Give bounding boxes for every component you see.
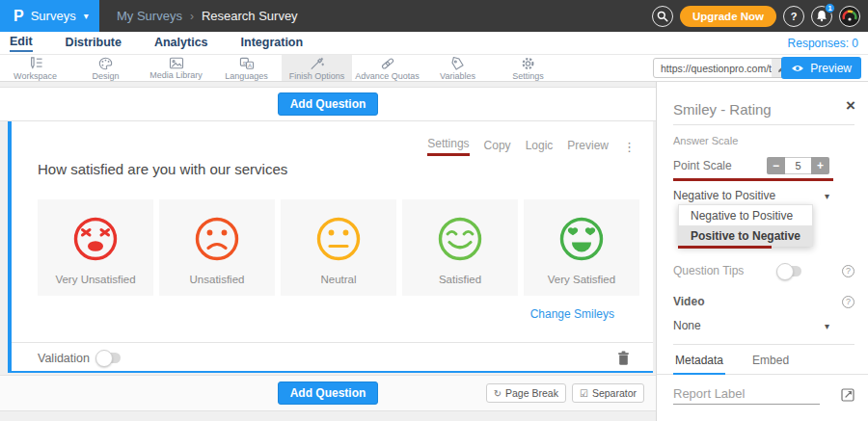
question-card[interactable]: Settings Copy Logic Preview ⋮ How satisf… — [8, 121, 653, 373]
smiley-option-very-unsatisfied[interactable]: Very Unsatisfied — [38, 199, 153, 296]
toolbar-settings[interactable]: Settings — [493, 55, 563, 81]
smiley-option-neutral[interactable]: Neutral — [281, 199, 396, 296]
question-tab-preview[interactable]: Preview — [567, 139, 609, 155]
eye-icon — [791, 64, 804, 73]
edit-in-box-icon — [841, 388, 854, 402]
avatar[interactable] — [839, 6, 860, 27]
validation-row: Validation — [12, 342, 653, 373]
answer-scale-label: Answer Scale — [673, 135, 738, 146]
option-negative-to-positive[interactable]: Negative to Positive — [679, 205, 812, 225]
video-select[interactable]: None ▾ — [673, 319, 829, 332]
question-tab-logic[interactable]: Logic — [526, 139, 554, 155]
tab-embed[interactable]: Embed — [750, 348, 791, 374]
breadcrumb-current-survey: Research Survey — [202, 9, 298, 23]
increase-scale-button[interactable]: + — [811, 157, 829, 174]
satisfied-face-icon — [435, 214, 485, 264]
report-label-input[interactable] — [673, 383, 820, 405]
survey-url-box — [653, 58, 794, 78]
smiley-option-satisfied[interactable]: Satisfied — [402, 199, 518, 296]
kebab-menu-icon[interactable]: ⋮ — [623, 140, 636, 154]
direction-select[interactable]: Negative to Positive ▾ — [673, 189, 829, 202]
unsatisfied-face-icon — [192, 214, 242, 264]
tab-integration[interactable]: Integration — [241, 36, 304, 51]
question-tips-toggle[interactable] — [778, 266, 801, 276]
question-tab-copy[interactable]: Copy — [484, 139, 511, 155]
upgrade-now-button[interactable]: Upgrade Now — [680, 6, 776, 27]
toolbar-media-library[interactable]: Media Library — [141, 55, 211, 81]
product-switcher[interactable]: P Surveys ▾ — [0, 0, 99, 32]
question-tab-settings[interactable]: Settings — [427, 137, 469, 156]
toolbar-design[interactable]: Design — [70, 55, 141, 81]
close-panel-button[interactable]: × — [846, 97, 855, 114]
magic-wand-icon — [310, 57, 324, 70]
chevron-down-icon: ▾ — [825, 321, 829, 331]
survey-url-input[interactable] — [654, 63, 772, 74]
neutral-face-icon — [313, 214, 364, 264]
question-title[interactable]: How satisfied are you with our services — [38, 161, 287, 177]
delete-question-button[interactable] — [617, 351, 630, 369]
questionpro-logo: P — [14, 9, 24, 24]
separator-icon: ☑ — [580, 388, 588, 399]
separator-button[interactable]: ☑ Separator — [572, 383, 644, 403]
top-bar: P Surveys ▾ My Surveys › Research Survey… — [0, 0, 868, 32]
option-positive-to-negative[interactable]: Positive to Negative — [679, 225, 812, 246]
question-mark-icon: ? — [791, 11, 798, 22]
toolbar-finish-options[interactable]: Finish Options — [282, 55, 352, 81]
video-row: Video ? — [673, 295, 854, 308]
breadcrumb-separator-icon: › — [190, 10, 194, 23]
toolbar-languages[interactable]: ¤A Languages — [211, 55, 282, 81]
responses-count[interactable]: Responses: 0 — [788, 37, 858, 50]
tab-metadata[interactable]: Metadata — [673, 348, 725, 375]
annotation-underline-positive-to-negative — [678, 246, 772, 249]
video-help-button[interactable]: ? — [842, 296, 854, 308]
survey-nav: Edit Distribute Analytics Integration Re… — [0, 32, 868, 55]
palette-icon — [98, 57, 113, 70]
report-label-row — [673, 383, 854, 405]
chevron-down-icon: ▾ — [84, 11, 89, 21]
breadcrumb-my-surveys[interactable]: My Surveys — [117, 9, 182, 23]
video-label: Video — [673, 295, 704, 308]
divider — [673, 344, 854, 345]
point-scale-value: 5 — [785, 157, 811, 174]
translate-icon: ¤A — [239, 57, 255, 70]
question-tips-label: Question Tips — [673, 264, 744, 277]
expand-edit-button[interactable] — [841, 388, 854, 405]
annotation-underline-point-scale — [673, 178, 833, 181]
toolbar-variables[interactable]: Variables — [422, 55, 493, 81]
chain-link-icon — [380, 57, 395, 70]
breadcrumb: My Surveys › Research Survey — [117, 0, 298, 32]
question-settings-panel: Smiley - Rating × Answer Scale Point Sca… — [656, 82, 868, 421]
smiley-scale: Very Unsatisfied Unsatisfied Neutral Sat… — [38, 199, 639, 296]
smiley-option-very-satisfied[interactable]: Very Satisfied — [524, 199, 639, 296]
help-button[interactable]: ? — [783, 6, 804, 27]
preview-button[interactable]: Preview — [781, 57, 861, 79]
question-tips-help-button[interactable]: ? — [842, 265, 854, 277]
question-tips-row: Question Tips ? — [673, 264, 854, 277]
decrease-scale-button[interactable]: − — [767, 157, 785, 174]
point-scale-label: Point Scale — [673, 159, 732, 172]
validation-toggle[interactable] — [97, 353, 121, 363]
tab-edit[interactable]: Edit — [10, 35, 33, 52]
divider — [673, 124, 854, 125]
product-menu-label: Surveys — [31, 9, 76, 23]
toolbar-workspace[interactable]: Workspace — [0, 55, 70, 81]
search-button[interactable] — [652, 6, 673, 27]
add-question-button-top[interactable]: Add Question — [278, 92, 379, 116]
smiley-option-unsatisfied[interactable]: Unsatisfied — [159, 199, 275, 296]
panel-title: Smiley - Rating — [673, 101, 772, 118]
notifications-button[interactable]: 1 — [811, 6, 832, 27]
question-toolbar: Settings Copy Logic Preview ⋮ — [427, 137, 636, 156]
tab-analytics[interactable]: Analytics — [154, 36, 208, 51]
edit-toolbar: Workspace Design Media Library ¤A Langua… — [0, 55, 868, 82]
workspace-icon — [28, 57, 43, 70]
page-break-button[interactable]: ↻ Page Break — [486, 383, 566, 403]
validation-label: Validation — [38, 352, 90, 365]
tab-distribute[interactable]: Distribute — [66, 36, 122, 51]
toolbar-advance-quotas[interactable]: Advance Quotas — [352, 55, 422, 81]
add-question-bar-bottom: Add Question ↻ Page Break ☑ Separator — [0, 375, 656, 411]
change-smileys-link[interactable]: Change Smileys — [530, 307, 614, 321]
very-unsatisfied-face-icon — [70, 214, 121, 264]
add-question-button-bottom[interactable]: Add Question — [278, 382, 379, 405]
avatar-image — [841, 8, 858, 25]
gear-icon — [521, 57, 535, 70]
